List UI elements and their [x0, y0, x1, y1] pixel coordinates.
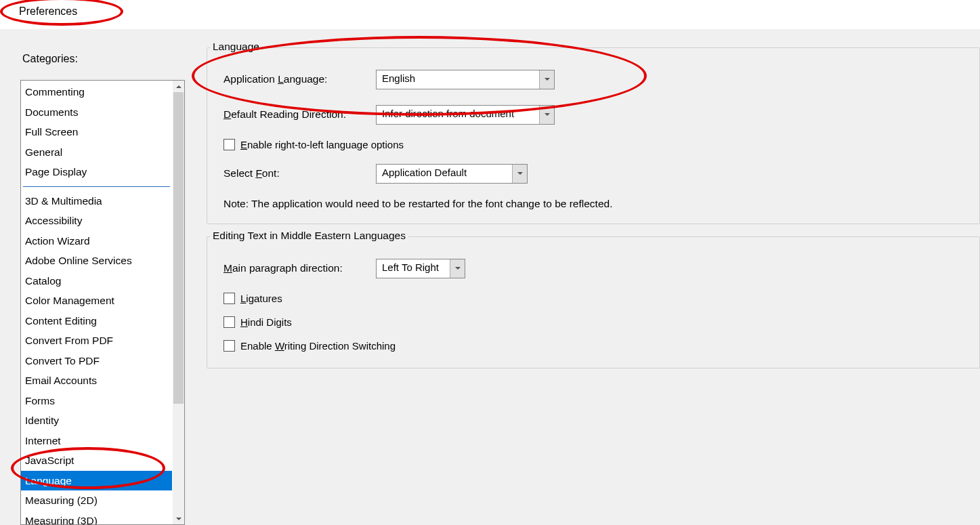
chevron-up-icon: [176, 85, 182, 88]
paragraph-direction-label: Main paragraph direction:: [223, 262, 376, 274]
language-group-legend: Language: [210, 41, 262, 53]
enable-rtl-label: Enable right-to-left language options: [240, 139, 404, 150]
category-item[interactable]: Convert From PDF: [21, 331, 172, 351]
paragraph-direction-value: Left To Right: [377, 259, 450, 278]
scroll-up-button[interactable]: [173, 81, 184, 92]
reading-direction-value: Infer direction from document: [377, 106, 539, 124]
reading-direction-label: Default Reading Direction:: [223, 108, 376, 121]
dropdown-button[interactable]: [539, 70, 554, 89]
select-font-select[interactable]: Application Default: [376, 164, 528, 184]
font-restart-note: Note: The application would need to be r…: [223, 198, 963, 210]
middle-eastern-group: Editing Text in Middle Eastern Languages…: [207, 236, 980, 369]
category-item[interactable]: Forms: [21, 391, 172, 411]
category-item[interactable]: Action Wizard: [21, 231, 172, 251]
application-language-value: English: [377, 70, 539, 89]
category-item[interactable]: Content Editing: [21, 311, 172, 331]
category-item[interactable]: Accessibility: [21, 211, 172, 231]
category-item[interactable]: Color Management: [21, 291, 172, 311]
category-item[interactable]: Email Accounts: [21, 371, 172, 391]
category-item[interactable]: Identity: [21, 411, 172, 431]
category-item[interactable]: Page Display: [21, 162, 172, 182]
dropdown-button[interactable]: [450, 259, 465, 278]
paragraph-direction-select[interactable]: Left To Right: [376, 259, 465, 278]
category-item[interactable]: Measuring (3D): [21, 511, 172, 525]
middle-eastern-group-legend: Editing Text in Middle Eastern Languages: [210, 230, 408, 242]
chevron-down-icon: [455, 267, 461, 270]
categories-scrollbar[interactable]: [173, 81, 184, 524]
writing-direction-checkbox[interactable]: [223, 340, 235, 352]
category-item[interactable]: Documents: [21, 102, 172, 123]
language-group: Language Application Language: English D…: [207, 47, 980, 224]
settings-panel: Language Application Language: English D…: [207, 47, 980, 381]
categories-listbox[interactable]: CommentingDocumentsFull ScreenGeneralPag…: [20, 80, 185, 525]
category-item[interactable]: Convert To PDF: [21, 351, 172, 371]
dropdown-button[interactable]: [539, 106, 554, 124]
application-language-select[interactable]: English: [376, 70, 555, 89]
category-divider: [23, 186, 170, 187]
select-font-value: Application Default: [377, 165, 512, 183]
chevron-down-icon: [545, 113, 550, 116]
window-title: Preferences: [19, 5, 77, 18]
category-item[interactable]: Internet: [21, 431, 172, 451]
category-item[interactable]: Catalog: [21, 271, 172, 291]
reading-direction-select[interactable]: Infer direction from document: [376, 105, 555, 125]
categories-label: Categories:: [22, 53, 78, 65]
category-item[interactable]: Commenting: [21, 82, 172, 102]
hindi-digits-label: Hindi Digits: [240, 316, 292, 328]
ligatures-checkbox[interactable]: [223, 293, 235, 304]
enable-rtl-checkbox[interactable]: [223, 139, 235, 150]
select-font-label: Select Font:: [223, 167, 376, 180]
category-item[interactable]: Measuring (2D): [21, 490, 172, 511]
category-item[interactable]: Adobe Online Services: [21, 251, 172, 271]
category-item[interactable]: General: [21, 142, 172, 163]
scroll-thumb[interactable]: [173, 92, 184, 404]
writing-direction-label: Enable Writing Direction Switching: [240, 340, 396, 352]
chevron-down-icon: [545, 78, 550, 81]
hindi-digits-checkbox[interactable]: [223, 316, 235, 328]
chevron-down-icon: [176, 518, 182, 520]
category-item[interactable]: JavaScript: [21, 450, 172, 471]
application-language-label: Application Language:: [223, 73, 376, 85]
dropdown-button[interactable]: [512, 165, 527, 183]
category-item[interactable]: 3D & Multimedia: [21, 191, 172, 211]
chevron-down-icon: [517, 172, 523, 175]
category-item[interactable]: Language: [21, 471, 172, 491]
category-item[interactable]: Full Screen: [21, 122, 172, 142]
scroll-down-button[interactable]: [173, 513, 184, 524]
ligatures-label: Ligatures: [240, 293, 282, 304]
